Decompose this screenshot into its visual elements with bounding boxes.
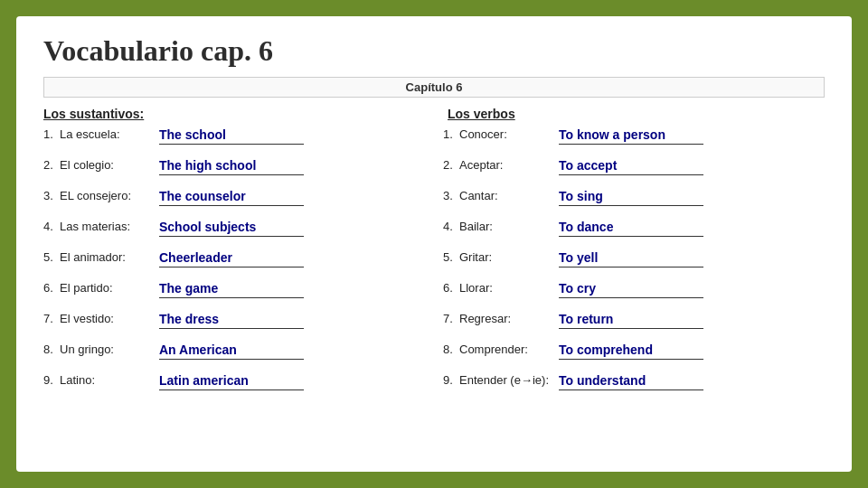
item-spanish: Regresar: (459, 311, 559, 327)
item-number: 1. (43, 127, 60, 143)
left-item: 5. El animador: Cheerleader (43, 249, 425, 277)
columns-header: Los sustantivos: Los verbos (43, 107, 825, 121)
item-number: 9. (443, 372, 459, 389)
item-number: 4. (443, 219, 459, 235)
left-item: 8. Un gringo: An American (43, 342, 425, 369)
content-area: 1. La escuela: The school 2. El colegio:… (43, 127, 825, 457)
item-spanish: Las materias: (60, 219, 159, 235)
left-column: 1. La escuela: The school 2. El colegio:… (43, 127, 425, 457)
item-spanish: El animador: (60, 249, 159, 266)
right-item: 5. Gritar: To yell (443, 249, 825, 277)
right-item: 3. Cantar: To sing (443, 188, 825, 215)
item-answer: To sing (559, 188, 703, 206)
item-number: 3. (443, 188, 459, 204)
item-answer: The dress (159, 311, 304, 329)
item-number: 9. (43, 372, 60, 389)
item-spanish: Aceptar: (459, 157, 559, 174)
item-answer: To understand (559, 372, 703, 390)
left-col-header: Los sustantivos: (43, 107, 420, 121)
item-answer: To know a person (559, 127, 703, 145)
item-number: 8. (443, 342, 459, 358)
left-item: 7. El vestido: The dress (43, 311, 425, 338)
right-item: 6. Llorar: To cry (443, 280, 825, 307)
left-item: 1. La escuela: The school (43, 127, 425, 154)
item-spanish: El vestido: (60, 311, 159, 327)
item-spanish: Latino: (60, 372, 159, 389)
left-item: 6. El partido: The game (43, 280, 425, 307)
right-item: 1. Conocer: To know a person (443, 127, 825, 154)
outer-border: Vocabulario cap. 6 Capítulo 6 Los sustan… (0, 0, 868, 488)
right-column: 1. Conocer: To know a person 2. Aceptar:… (425, 127, 825, 457)
subtitle-bar: Capítulo 6 (43, 77, 825, 98)
item-answer: To dance (559, 219, 703, 237)
item-number: 7. (43, 311, 60, 327)
item-number: 4. (43, 219, 60, 235)
item-answer: To accept (559, 157, 703, 175)
left-item: 4. Las materias: School subjects (43, 219, 425, 246)
item-answer: The school (159, 127, 304, 145)
item-answer: School subjects (159, 219, 304, 237)
left-item: 9. Latino: Latin american (43, 372, 425, 399)
right-item: 2. Aceptar: To accept (443, 157, 825, 184)
item-answer: To comprehend (559, 342, 703, 360)
inner-card: Vocabulario cap. 6 Capítulo 6 Los sustan… (16, 16, 852, 472)
item-answer: The high school (159, 157, 304, 175)
item-number: 1. (443, 127, 459, 143)
item-number: 8. (43, 342, 60, 358)
right-item: 7. Regresar: To return (443, 311, 825, 338)
left-item: 3. EL consejero: The counselor (43, 188, 425, 215)
item-number: 6. (43, 280, 60, 296)
item-spanish: Un gringo: (60, 342, 159, 358)
item-spanish: El partido: (60, 280, 159, 296)
item-spanish: EL consejero: (60, 188, 159, 204)
item-spanish: Comprender: (459, 342, 559, 358)
item-number: 3. (43, 188, 60, 204)
item-spanish: Bailar: (459, 219, 559, 235)
item-spanish: Entender (e→ie): (459, 372, 559, 389)
item-answer: To yell (559, 249, 703, 267)
item-answer: An American (159, 342, 304, 360)
right-item: 4. Bailar: To dance (443, 219, 825, 246)
item-answer: To cry (559, 280, 703, 298)
right-item: 8. Comprender: To comprehend (443, 342, 825, 369)
item-spanish: La escuela: (60, 127, 159, 143)
right-item: 9. Entender (e→ie): To understand (443, 372, 825, 399)
item-answer: Cheerleader (159, 249, 304, 267)
item-answer: The game (159, 280, 304, 298)
item-number: 5. (43, 249, 60, 266)
item-spanish: Conocer: (459, 127, 559, 143)
right-col-header: Los verbos (420, 107, 825, 121)
item-spanish: El colegio: (60, 157, 159, 174)
item-number: 2. (43, 157, 60, 174)
item-answer: To return (559, 311, 703, 329)
main-title: Vocabulario cap. 6 (43, 34, 825, 68)
item-number: 5. (443, 249, 459, 266)
item-number: 2. (443, 157, 459, 174)
item-spanish: Gritar: (459, 249, 559, 266)
item-number: 7. (443, 311, 459, 327)
left-item: 2. El colegio: The high school (43, 157, 425, 184)
item-number: 6. (443, 280, 459, 296)
item-answer: The counselor (159, 188, 304, 206)
item-answer: Latin american (159, 372, 304, 390)
item-spanish: Cantar: (459, 188, 559, 204)
item-spanish: Llorar: (459, 280, 559, 296)
